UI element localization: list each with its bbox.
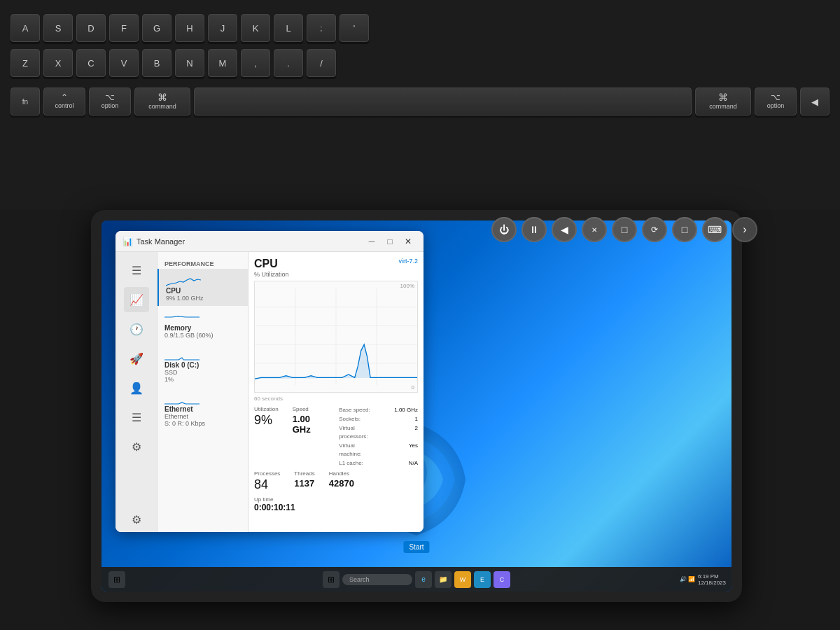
l1cache-value: N/A [379, 459, 418, 468]
window-controls: ─ □ ✕ [363, 234, 416, 248]
start-button-area: Start [403, 540, 429, 553]
cpu-stats-row1: Utilization 9% Speed 1.00 GHz Base speed… [254, 406, 418, 468]
task-manager-title: Task Manager [136, 237, 185, 246]
key-quote[interactable]: ' [340, 14, 369, 42]
threads-label: Threads [294, 470, 314, 477]
speed-group: Speed 1.00 GHz [293, 406, 326, 468]
taskbar-search[interactable]: Search [342, 574, 412, 585]
processes-label: Processes [254, 470, 280, 477]
key-s[interactable]: S [43, 14, 73, 42]
key-comma[interactable]: , [241, 49, 270, 77]
taskbar-date: 12/18/2023 [698, 580, 726, 586]
sidebar-icon-settings[interactable]: ⚙ [124, 507, 149, 532]
cpu-performance-panel: CPU % Utilization virt-7.2 100% [248, 252, 424, 532]
more-controls-button[interactable]: › [732, 217, 757, 242]
threads-group: Threads 1137 [294, 470, 314, 492]
nav-item-memory[interactable]: Memory 0.9/1.5 GB (60%) [158, 306, 248, 343]
key-semicolon[interactable]: ; [307, 14, 336, 42]
power-button[interactable]: ⏻ [491, 217, 517, 242]
sidebar-icon-performance[interactable]: 📈 [124, 287, 149, 312]
key-j[interactable]: J [208, 14, 237, 42]
sidebar-icon-details[interactable]: ☰ [124, 405, 149, 430]
taskbar-app3-icon[interactable]: C [493, 571, 510, 588]
rotate-button[interactable]: ⟳ [642, 217, 667, 242]
maximize-button[interactable]: □ [382, 234, 398, 248]
key-g[interactable]: G [142, 14, 172, 42]
key-b[interactable]: B [142, 49, 172, 77]
disk-nav-type: SSD [164, 369, 241, 376]
memory-nav-detail: 0.9/1.5 GB (60%) [164, 332, 241, 339]
nav-item-cpu[interactable]: CPU 9% 1.00 GHz [158, 269, 248, 306]
screen-button[interactable]: □ [612, 217, 637, 242]
disk-nav-detail: 1% [164, 376, 241, 383]
taskbar-file-icon[interactable]: 📁 [435, 571, 451, 588]
key-d[interactable]: D [76, 14, 106, 42]
ethernet-mini-chart [164, 391, 200, 405]
task-manager-window: 📊 Task Manager ─ □ ✕ ☰ 📈 🕐 🚀 👤 ☰ ⚙ [115, 231, 424, 532]
disk-mini-chart [164, 347, 200, 361]
utilization-value: 9% [254, 414, 279, 428]
close-button[interactable]: ✕ [400, 234, 416, 248]
taskbar-icons-tray: 🔊 📶 [680, 576, 695, 582]
key-slash[interactable]: / [307, 49, 336, 77]
taskbar-windows-icon[interactable]: ⊞ [108, 571, 125, 588]
processes-group: Processes 84 [254, 470, 280, 492]
cpu-chart: 100% [254, 281, 418, 393]
vmachine-value: Yes [379, 442, 418, 458]
key-period[interactable]: . [274, 49, 303, 77]
keyboard-button[interactable]: ⌨ [702, 217, 727, 242]
taskbar-start-icon[interactable]: ⊞ [323, 571, 340, 588]
sidebar-icon-history[interactable]: 🕐 [124, 316, 149, 342]
key-l[interactable]: L [274, 14, 303, 42]
utilization-label: Utilization [254, 406, 279, 412]
keyboard-background: A S D F G H J K L ; ' Z X C V B N M , . … [0, 0, 840, 210]
key-fn[interactable]: fn [10, 88, 40, 115]
taskbar-app1-icon[interactable]: W [454, 571, 471, 588]
key-v[interactable]: V [109, 49, 139, 77]
key-x[interactable]: X [43, 49, 73, 77]
ethernet-nav-type: Ethernet [164, 413, 241, 420]
key-a[interactable]: A [10, 14, 40, 42]
nav-item-ethernet[interactable]: Ethernet Ethernet S: 0 R: 0 Kbps [158, 387, 248, 431]
key-k[interactable]: K [241, 14, 270, 42]
back-button[interactable]: ◀ [552, 217, 577, 242]
key-arrow-left[interactable]: ◀ [800, 88, 830, 115]
start-button[interactable]: Start [403, 541, 429, 553]
sockets-value: 1 [379, 415, 418, 424]
chart-top-label: 100% [400, 283, 414, 289]
key-control[interactable]: ⌃ control [43, 88, 85, 115]
key-h[interactable]: H [175, 14, 204, 42]
key-command-left[interactable]: ⌘ command [134, 88, 190, 115]
base-speed-label: Base speed: [339, 406, 378, 414]
cpu-title-group: CPU % Utilization [254, 258, 289, 278]
close-button-tablet[interactable]: ✕ [582, 217, 607, 242]
key-command-right[interactable]: ⌘ command [695, 88, 751, 115]
l1cache-label: L1 cache: [339, 459, 378, 468]
sidebar-icon-services[interactable]: ⚙ [124, 434, 149, 459]
taskbar-center: ⊞ Search e 📁 W E C [323, 571, 510, 588]
pause-button[interactable]: ⏸ [522, 217, 547, 242]
taskbar-app2-icon[interactable]: E [474, 571, 491, 588]
copy-button[interactable]: □ [672, 217, 697, 242]
key-z[interactable]: Z [10, 49, 40, 77]
windows-taskbar: ⊞ ⊞ Search e 📁 W E C 🔊 📶 6:19 PM 12/18/2… [102, 567, 732, 592]
key-option-left[interactable]: ⌥ option [89, 88, 131, 115]
memory-mini-chart [164, 310, 200, 324]
key-space[interactable] [194, 88, 692, 115]
tablet-device: 📊 Task Manager ─ □ ✕ ☰ 📈 🕐 🚀 👤 ☰ ⚙ [91, 210, 742, 602]
sidebar-icon-users[interactable]: 👤 [124, 375, 149, 400]
minimize-button[interactable]: ─ [363, 234, 380, 248]
key-m[interactable]: M [208, 49, 237, 77]
sidebar-icon-menu[interactable]: ☰ [124, 258, 149, 283]
key-c[interactable]: C [76, 49, 106, 77]
nav-item-disk[interactable]: Disk 0 (C:) SSD 1% [158, 343, 248, 387]
vproc-label: Virtual processors: [339, 424, 378, 441]
key-n[interactable]: N [175, 49, 204, 77]
cpu-title: CPU [254, 258, 289, 270]
handles-label: Handles [329, 470, 354, 477]
base-speed-value: 1.00 GHz [379, 406, 418, 414]
key-option-right[interactable]: ⌥ option [755, 88, 797, 115]
key-f[interactable]: F [109, 14, 139, 42]
taskbar-edge-icon[interactable]: e [415, 571, 432, 588]
sidebar-icon-startup[interactable]: 🚀 [124, 346, 149, 371]
